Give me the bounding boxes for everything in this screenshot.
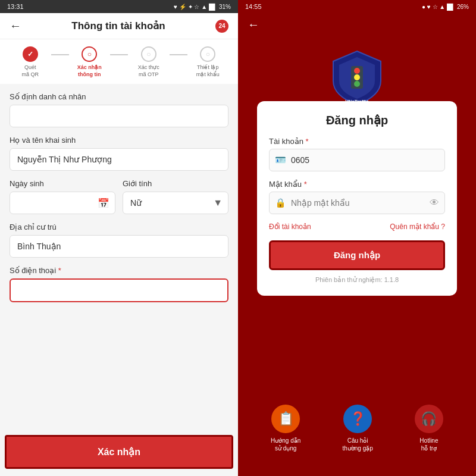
page-title-left: Thông tin tài khoản	[71, 20, 165, 32]
label-fullname: Họ và tên khai sinh	[10, 136, 228, 145]
status-bar-right: 14:55 ● ♥ ☆ ▲ █▌ 26%	[238, 0, 476, 13]
svg-point-1	[354, 68, 360, 74]
bottom-icons: 📋 Hướng dẫnsử dụng ❓ Câu hỏithường gặp 🎧…	[238, 405, 476, 452]
hotline-label: Hotlinehỗ trợ	[419, 437, 438, 452]
dob-input-wrap: 📅	[10, 192, 115, 214]
account-input[interactable]	[269, 149, 445, 171]
back-button-right[interactable]: ←	[248, 18, 259, 32]
input-phone[interactable]	[10, 278, 228, 302]
step-circle-2: ○	[82, 46, 97, 62]
account-input-wrap: 🪪	[269, 149, 445, 171]
field-id-number: Số định danh cá nhân	[10, 92, 228, 127]
login-links: Đổi tài khoản Quên mật khẩu ?	[269, 223, 445, 231]
steps-container: ✓ Quétmã QR ○ Xác nhậnthông tin ○ Xác th…	[0, 39, 238, 84]
guide-icon-circle: 📋	[271, 405, 300, 433]
step-3: ○ Xác thựcmã OTP	[128, 46, 170, 78]
headset-icon: 🎧	[421, 411, 437, 427]
label-phone: Số điện thoại *	[10, 266, 228, 275]
field-phone: Số điện thoại *	[10, 266, 228, 302]
label-gender: Giới tính	[123, 179, 228, 188]
step-circle-1: ✓	[23, 46, 38, 62]
svg-point-2	[354, 74, 360, 80]
input-address[interactable]	[10, 235, 228, 258]
gender-select-wrap: Nữ Nam ▼	[123, 192, 228, 214]
step-2: ○ Xác nhậnthông tin	[69, 46, 111, 78]
field-gender: Giới tính Nữ Nam ▼	[123, 179, 228, 214]
password-required: *	[304, 180, 307, 189]
field-dob: Ngày sinh 📅	[10, 179, 115, 214]
guide-icon: 📋	[278, 411, 294, 427]
time-right: 14:55	[245, 3, 262, 10]
vnetraffic-logo: VNeTraffic	[330, 48, 384, 108]
header-left: ← Thông tin tài khoản 24	[0, 13, 238, 39]
forgot-password-link[interactable]: Quên mật khẩu ?	[390, 223, 445, 231]
confirm-button[interactable]: Xác nhận	[5, 435, 233, 469]
row-dob-gender: Ngày sinh 📅 Giới tính Nữ Nam ▼	[10, 179, 228, 223]
status-icons-left: ♥ ⚡ ✦ ☆ ▲ █▌ 31%	[174, 4, 231, 10]
svg-point-3	[354, 81, 360, 87]
field-address: Địa chỉ cư trú	[10, 223, 228, 258]
time-left: 13:31	[7, 3, 24, 10]
change-account-link[interactable]: Đổi tài khoản	[269, 223, 311, 231]
left-panel: 13:31 ♥ ⚡ ✦ ☆ ▲ █▌ 31% ← Thông tin tài k…	[0, 0, 238, 476]
status-icons-right: ● ♥ ☆ ▲ █▌ 26%	[422, 4, 469, 10]
step-circle-4: ○	[200, 46, 215, 62]
field-fullname: Họ và tên khai sinh	[10, 136, 228, 171]
required-asterisk-phone: *	[58, 266, 61, 275]
step-line-3	[170, 54, 187, 55]
label-dob: Ngày sinh	[10, 179, 115, 188]
form-container: Số định danh cá nhân Họ và tên khai sinh…	[0, 84, 238, 476]
step-circle-3: ○	[141, 46, 156, 62]
password-label: Mật khẩu *	[269, 180, 445, 189]
step-line-2	[110, 54, 128, 55]
step-4: ○ Thiết lậpmật khẩu	[187, 46, 229, 78]
right-panel: 14:55 ● ♥ ☆ ▲ █▌ 26% ← VNeTraffic Đăng n…	[238, 0, 476, 476]
step-line-1	[51, 54, 69, 55]
faq-icon-circle: ❓	[343, 405, 372, 433]
select-gender[interactable]: Nữ Nam	[123, 192, 228, 214]
card-icon: 🪪	[275, 155, 286, 165]
faq-icon: ❓	[350, 411, 366, 427]
label-address: Địa chỉ cư trú	[10, 223, 228, 231]
label-id-number: Số định danh cá nhân	[10, 92, 228, 101]
login-button[interactable]: Đăng nhập	[269, 240, 445, 270]
account-required: *	[306, 137, 309, 146]
eye-icon[interactable]: 👁	[430, 198, 439, 208]
account-label: Tài khoản *	[269, 137, 445, 146]
password-input-wrap: 🔒 👁	[269, 192, 445, 214]
step-label-4: Thiết lậpmật khẩu	[196, 64, 220, 78]
step-label-2: Xác nhậnthông tin	[77, 64, 102, 78]
calendar-icon: 📅	[98, 198, 109, 209]
login-title: Đăng nhập	[269, 113, 445, 127]
step-label-3: Xác thựcmã OTP	[138, 64, 159, 78]
password-input[interactable]	[269, 192, 445, 214]
step-label-1: Quétmã QR	[21, 64, 39, 78]
status-bar-left: 13:31 ♥ ⚡ ✦ ☆ ▲ █▌ 31%	[0, 0, 238, 13]
version-text: Phiên bản thử nghiệm: 1.1.8	[269, 276, 445, 284]
guide-icon-item[interactable]: 📋 Hướng dẫnsử dụng	[271, 405, 300, 452]
faq-icon-item[interactable]: ❓ Câu hỏithường gặp	[342, 405, 372, 452]
lock-icon: 🔒	[275, 198, 286, 208]
badge-24: 24	[215, 20, 228, 33]
back-button-left[interactable]: ←	[10, 19, 21, 33]
input-id-number[interactable]	[10, 105, 228, 127]
login-card: Đăng nhập Tài khoản * 🪪 Mật khẩu * 🔒 👁 Đ…	[257, 101, 457, 296]
input-fullname[interactable]	[10, 148, 228, 171]
faq-label: Câu hỏithường gặp	[342, 437, 372, 452]
guide-label: Hướng dẫnsử dụng	[271, 437, 300, 452]
header-right: ←	[238, 13, 476, 36]
step-1: ✓ Quétmã QR	[10, 46, 51, 78]
hotline-icon-circle: 🎧	[415, 405, 443, 433]
hotline-icon-item[interactable]: 🎧 Hotlinehỗ trợ	[415, 405, 443, 452]
